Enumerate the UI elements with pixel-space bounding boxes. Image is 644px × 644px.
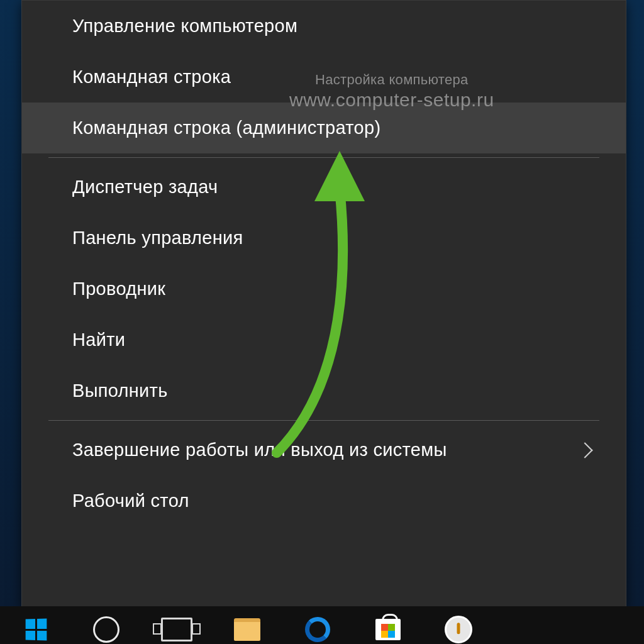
store-icon [375, 619, 401, 640]
cortana-icon [93, 616, 119, 643]
menu-item-shutdown-signout[interactable]: Завершение работы или выход из системы [22, 425, 626, 475]
menu-item-run[interactable]: Выполнить [22, 365, 626, 416]
menu-item-task-manager[interactable]: Диспетчер задач [22, 162, 626, 213]
chevron-right-icon [577, 442, 592, 458]
taskbar [0, 606, 644, 644]
edge-icon [305, 617, 330, 642]
task-view-icon [161, 618, 192, 641]
taskbar-store[interactable] [365, 615, 411, 644]
menu-item-label: Командная строка (администратор) [72, 118, 380, 138]
menu-item-file-explorer[interactable]: Проводник [22, 264, 626, 314]
cortana-button[interactable] [83, 615, 130, 644]
winx-power-menu: Управление компьютером Командная строка … [21, 0, 626, 608]
tips-icon [445, 616, 472, 643]
menu-item-label: Управление компьютером [72, 16, 297, 36]
menu-item-control-panel[interactable]: Панель управления [22, 213, 626, 264]
menu-item-command-prompt[interactable]: Командная строка [22, 52, 626, 103]
menu-item-computer-management[interactable]: Управление компьютером [22, 1, 626, 52]
task-view-button[interactable] [153, 615, 200, 644]
menu-separator [48, 420, 599, 421]
taskbar-file-explorer[interactable] [224, 615, 270, 644]
menu-item-command-prompt-admin[interactable]: Командная строка (администратор) [22, 103, 626, 153]
menu-item-label: Командная строка [72, 67, 231, 87]
menu-item-desktop[interactable]: Рабочий стол [22, 475, 626, 526]
taskbar-tips[interactable] [435, 615, 482, 644]
menu-item-label: Выполнить [72, 380, 168, 401]
menu-item-search[interactable]: Найти [22, 314, 626, 365]
taskbar-edge[interactable] [294, 615, 341, 644]
menu-item-label: Рабочий стол [72, 491, 189, 511]
desktop-background: Управление компьютером Командная строка … [0, 0, 644, 644]
menu-item-label: Диспетчер задач [72, 177, 218, 197]
menu-item-label: Завершение работы или выход из системы [72, 440, 447, 460]
windows-logo-icon [26, 618, 47, 640]
menu-separator [48, 157, 599, 158]
menu-item-label: Найти [72, 330, 125, 350]
menu-item-label: Проводник [72, 279, 165, 299]
folder-icon [234, 618, 260, 641]
start-button[interactable] [13, 615, 59, 644]
menu-item-label: Панель управления [72, 228, 243, 248]
